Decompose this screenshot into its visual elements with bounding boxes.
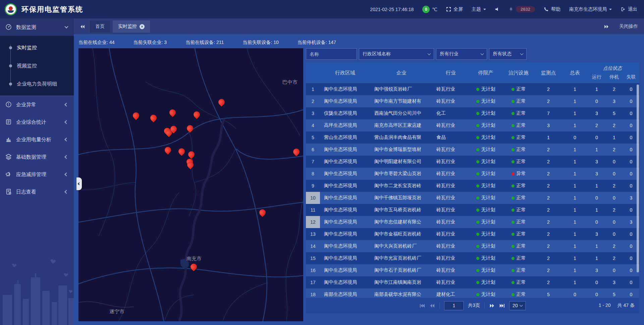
cell-total-meter: 1 <box>562 147 588 152</box>
table-row[interactable]: 5营山生态环境局营山县润丰肉食品有限食品无计划正常10010 <box>306 131 639 144</box>
table-row[interactable]: 2阆中生态环境局阆中市南方节能建材有砖瓦行业无计划正常21030 <box>306 95 639 107</box>
table-row[interactable]: 3仪陇生态环境局西南油气田分公司川中化工无计划正常71350 <box>306 107 639 119</box>
col-group-point-status: 点位状态 <box>586 65 639 71</box>
sidebar-subitem-video-monitor[interactable]: 视频监控 <box>0 57 74 75</box>
status-dot-green <box>476 269 479 272</box>
tabs-scroll-left-icon[interactable] <box>80 24 85 29</box>
region-select[interactable]: 行政区域名称 <box>359 48 434 60</box>
cell-run-count: 1 <box>588 87 605 92</box>
pagination-bar: 共3页 20 1 - 20 <box>306 298 639 313</box>
tab-realtime[interactable]: 实时监控× <box>113 20 150 33</box>
cell-run-count: 3 <box>588 268 605 273</box>
table-row[interactable]: 1阆中生态环境局阆中强锐页岩砖厂砖瓦行业无计划正常21120 <box>306 83 639 95</box>
tabs-scroll-right-icon[interactable] <box>604 24 609 29</box>
industry-select[interactable]: 所有行业 <box>436 48 487 60</box>
table-row[interactable]: 18南部生态环境局南部县砚华水泥有限公建材化工无计划正常50050 <box>306 288 639 298</box>
name-search-input[interactable] <box>306 48 357 60</box>
sidebar-subitem-power-load-detail[interactable]: 企业电力负荷明细 <box>0 75 74 93</box>
cell-industry: 砖瓦行业 <box>432 279 469 285</box>
sidebar-item-emergency-reduction[interactable]: 应急减排管理 <box>0 166 74 183</box>
table-row[interactable]: 10阆中生态环境局阆中千佛镇五郎垭页岩砖瓦行业无计划正常21003 <box>306 192 639 204</box>
cell-stop-count: 2 <box>605 147 623 152</box>
cell-industry: 砖瓦行业 <box>432 255 469 261</box>
prev-page-icon[interactable] <box>429 304 435 308</box>
speaker-icon[interactable] <box>495 7 500 12</box>
table-row[interactable]: 4高坪生态环境局南充市高坪区王家店建砖瓦行业无计划正常31220 <box>306 119 639 131</box>
sidebar-item-log-view[interactable]: 日志查看 <box>0 183 74 201</box>
app-title: 环保用电监管系统 <box>21 5 83 14</box>
row-number: 16 <box>306 264 320 276</box>
table-row[interactable]: 8阆中生态环境局阆中市枣碧大梁山页岩砖瓦行业无计划异常21300 <box>306 168 639 180</box>
eco-logo-icon <box>5 3 17 15</box>
close-operations-button[interactable]: 关闭操作 <box>619 23 638 30</box>
page-size-select[interactable]: 20 <box>509 301 526 310</box>
cell-company: 阆中市枣碧大梁山页岩 <box>370 171 432 177</box>
cell-limit-status: 无计划 <box>469 219 502 225</box>
table-row[interactable]: 12阆中生态环境局阆中市忠信建材有限公砖瓦行业无计划正常21003 <box>306 216 639 228</box>
status-dot-green <box>476 245 479 248</box>
status-dot-green <box>512 257 515 260</box>
map-panel[interactable]: 巴中市南充市遂宁市 <box>78 48 303 321</box>
cell-stop-count: 0 <box>605 268 623 273</box>
row-number: 11 <box>306 204 320 216</box>
cell-stop-count: 2 <box>605 256 623 261</box>
map-roads <box>78 48 303 321</box>
cell-facility-status: 正常 <box>502 243 535 249</box>
cell-limit-status: 无计划 <box>469 231 502 237</box>
sidebar-item-base-data[interactable]: 基础数据管理 <box>0 148 74 166</box>
status-dot-green <box>512 136 515 139</box>
cell-region: 阆中生态环境局 <box>320 183 370 189</box>
sidebar-subitem-realtime-monitor[interactable]: 实时监控 <box>0 39 74 57</box>
sidebar-item-data-monitor[interactable]: 数据监测 <box>0 18 74 36</box>
row-number: 2 <box>306 95 320 107</box>
cell-total-meter: 1 <box>562 256 588 261</box>
next-page-icon[interactable] <box>489 304 495 308</box>
status-dot-green <box>512 184 515 187</box>
tab-home[interactable]: 首页 <box>90 20 110 33</box>
total-count-label: 共 47 条 <box>618 303 635 309</box>
row-number: 1 <box>306 83 320 95</box>
theme-menu[interactable]: 主题 <box>472 6 486 12</box>
first-page-icon[interactable] <box>419 304 425 308</box>
cell-stop-count: 2 <box>605 87 623 92</box>
table-scrollbar[interactable] <box>637 85 639 272</box>
map-city-label: 南充市 <box>186 256 202 262</box>
cell-total-meter: 0 <box>562 292 588 297</box>
fullscreen-button[interactable]: 全屏 <box>446 6 463 12</box>
cell-monitor-count: 2 <box>535 147 562 152</box>
bullet-dot-icon <box>9 83 12 86</box>
help-button[interactable]: 帮助 <box>544 6 560 12</box>
sidebar-item-enterprise-abnormal[interactable]: 企业异常 <box>0 96 74 113</box>
table-row[interactable]: 14阆中生态环境局阆中大兴页岩机砖厂砖瓦行业无计划正常21120 <box>306 240 639 252</box>
col-region: 行政区域 <box>320 62 370 83</box>
status-select[interactable]: 所有状态 <box>489 48 527 60</box>
last-page-icon[interactable] <box>499 304 505 308</box>
table-row[interactable]: 15阆中生态环境局阆中市光富页岩机砖厂砖瓦行业无计划正常21120 <box>306 252 639 264</box>
table-row[interactable]: 13阆中生态环境局阆中市金福旺页岩机砖砖瓦行业无计划正常21300 <box>306 228 639 240</box>
table-row[interactable]: 9阆中生态环境局阆中市二龙长宝页岩砖砖瓦行业无计划正常21120 <box>306 180 639 192</box>
cell-company: 阆中大兴页岩机砖厂 <box>370 243 432 249</box>
table-row[interactable]: 17阆中生态环境局阆中市江南镇阆南页岩砖瓦行业无计划正常21030 <box>306 276 639 288</box>
bullet-dot-icon <box>9 64 12 67</box>
cell-run-count: 0 <box>588 280 605 285</box>
sidebar-item-power-usage-analysis[interactable]: 企业用电量分析 <box>0 131 74 148</box>
sidebar-item-enterprise-stats[interactable]: 企业综合统计 <box>0 113 74 131</box>
cell-run-count: 0 <box>588 219 605 225</box>
table-row[interactable]: 16阆中生态环境局阆中市石子页岩机砖厂砖瓦行业无计划正常21300 <box>306 264 639 276</box>
notification-area[interactable]: 2632 <box>508 6 535 12</box>
sidebar-collapse-handle[interactable] <box>76 177 82 190</box>
tab-close-icon[interactable]: × <box>140 24 145 29</box>
cell-run-count: 0 <box>588 292 605 297</box>
cell-limit-status: 无计划 <box>469 159 502 165</box>
temperature-badge: 0 <box>422 6 430 13</box>
logout-button[interactable]: 退出 <box>621 6 637 12</box>
page-number-input[interactable] <box>444 301 464 310</box>
org-menu[interactable]: 南充市生态环境局 <box>569 6 612 12</box>
table-row[interactable]: 11阆中生态环境局阆中市五马桥页岩机砖砖瓦行业无计划正常21120 <box>306 204 639 216</box>
table-row[interactable]: 6阆中生态环境局阆中市金博瑞新型墙材砖瓦行业无计划正常21120 <box>306 144 639 156</box>
cell-stop-count: 0 <box>605 219 623 225</box>
table-row[interactable]: 7阆中生态环境局阆中明阳建材有限公司砖瓦行业无计划正常21300 <box>306 156 639 168</box>
cell-total-meter: 1 <box>562 111 588 116</box>
status-dot-green <box>512 293 515 296</box>
cell-facility-status: 正常 <box>502 267 535 273</box>
